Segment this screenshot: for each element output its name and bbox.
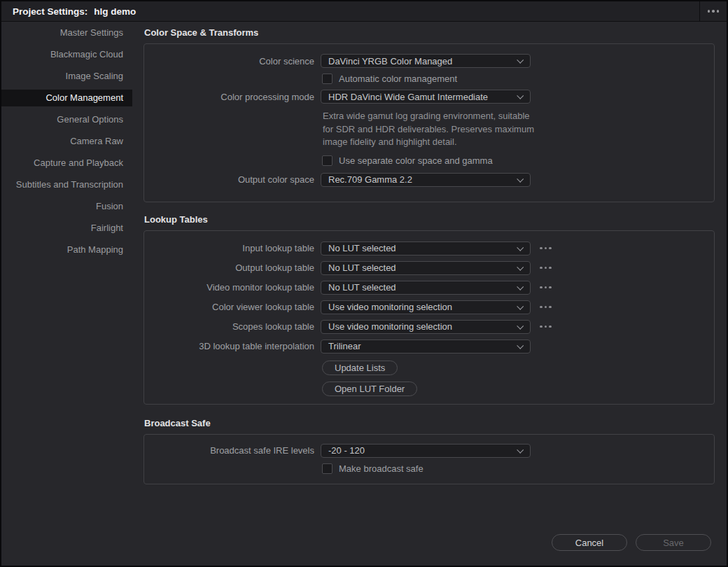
window-title: Project Settings: hlg demo <box>1 6 136 17</box>
sidebar-item-master-settings[interactable]: Master Settings <box>1 24 132 41</box>
chevron-down-icon <box>517 324 522 329</box>
ellipsis-icon <box>540 267 552 270</box>
row-output-color-space: Output color space Rec.709 Gamma 2.2 <box>144 173 714 187</box>
sidebar-item-color-management[interactable]: Color Management <box>1 90 132 106</box>
automatic-color-management-label: Automatic color management <box>339 74 457 84</box>
row-update-lists: Update Lists <box>322 360 714 375</box>
color-science-dropdown[interactable]: DaVinci YRGB Color Managed <box>321 54 531 68</box>
row-video-monitor-lut: Video monitor lookup table No LUT select… <box>144 281 714 295</box>
cancel-button[interactable]: Cancel <box>552 534 627 551</box>
open-lut-folder-button[interactable]: Open LUT Folder <box>322 382 417 396</box>
row-color-viewer-lut: Color viewer lookup table Use video moni… <box>144 300 714 314</box>
settings-options-button[interactable] <box>699 1 727 21</box>
ellipsis-icon <box>540 306 552 309</box>
sidebar-item-camera-raw[interactable]: Camera Raw <box>1 133 132 150</box>
section-header-color-space: Color Space & Transforms <box>144 27 715 38</box>
sidebar-item-path-mapping[interactable]: Path Mapping <box>1 241 132 258</box>
ire-levels-label: Broadcast safe IRE levels <box>144 445 314 456</box>
video-monitor-lut-value: No LUT selected <box>328 282 396 293</box>
row-open-lut-folder: Open LUT Folder <box>322 382 714 396</box>
chevron-down-icon <box>517 265 522 270</box>
dialog-footer: Cancel Save <box>144 534 711 551</box>
chevron-down-icon <box>517 285 522 290</box>
settings-content: Color Space & Transforms Color science D… <box>132 22 727 566</box>
scopes-lut-label: Scopes lookup table <box>144 321 314 332</box>
color-processing-mode-dropdown[interactable]: HDR DaVinci Wide Gamut Intermediate <box>321 90 531 104</box>
input-lut-value: No LUT selected <box>328 243 396 253</box>
scopes-lut-value: Use video monitoring selection <box>328 321 452 332</box>
color-processing-mode-label: Color processing mode <box>144 92 314 102</box>
title-bar: Project Settings: hlg demo <box>1 1 727 22</box>
color-processing-mode-value: HDR DaVinci Wide Gamut Intermediate <box>328 92 488 102</box>
chevron-down-icon <box>517 246 522 251</box>
row-input-lut: Input lookup table No LUT selected <box>144 241 714 255</box>
ellipsis-icon <box>540 247 552 250</box>
ire-levels-dropdown[interactable]: -20 - 120 <box>321 444 531 458</box>
chevron-down-icon <box>517 304 522 309</box>
panel-color-space: Color science DaVinci YRGB Color Managed… <box>144 43 715 202</box>
settings-sidebar: Master Settings Blackmagic Cloud Image S… <box>1 22 132 566</box>
row-make-broadcast-safe: Make broadcast safe <box>322 463 714 474</box>
output-lut-dropdown[interactable]: No LUT selected <box>321 261 531 275</box>
project-settings-window: Project Settings: hlg demo Master Settin… <box>0 0 728 567</box>
footer-spacer <box>144 484 715 535</box>
row-color-processing-mode: Color processing mode HDR DaVinci Wide G… <box>144 90 714 104</box>
chevron-down-icon <box>517 448 522 453</box>
chevron-down-icon <box>517 344 522 349</box>
automatic-color-management-checkbox[interactable] <box>322 74 332 84</box>
chevron-down-icon <box>517 94 522 99</box>
scopes-lut-options-button[interactable] <box>540 320 552 334</box>
sidebar-item-image-scaling[interactable]: Image Scaling <box>1 68 132 85</box>
update-lists-button[interactable]: Update Lists <box>322 360 398 375</box>
video-monitor-lut-options-button[interactable] <box>540 281 552 295</box>
color-viewer-lut-options-button[interactable] <box>540 300 552 314</box>
section-header-broadcast-safe: Broadcast Safe <box>144 418 715 429</box>
ire-levels-value: -20 - 120 <box>328 445 365 456</box>
project-name: hlg demo <box>94 6 136 17</box>
output-lut-options-button[interactable] <box>540 261 552 275</box>
chevron-down-icon <box>517 58 522 63</box>
color-science-label: Color science <box>144 56 314 66</box>
make-broadcast-safe-label: Make broadcast safe <box>339 463 424 474</box>
output-color-space-label: Output color space <box>144 174 314 185</box>
sidebar-item-fusion[interactable]: Fusion <box>1 198 132 215</box>
window-title-label: Project Settings: <box>13 6 88 17</box>
sidebar-item-fairlight[interactable]: Fairlight <box>1 220 132 237</box>
input-lut-options-button[interactable] <box>540 241 552 255</box>
video-monitor-lut-label: Video monitor lookup table <box>144 282 314 293</box>
sidebar-item-blackmagic-cloud[interactable]: Blackmagic Cloud <box>1 46 132 63</box>
color-science-value: DaVinci YRGB Color Managed <box>328 56 452 66</box>
video-monitor-lut-dropdown[interactable]: No LUT selected <box>321 281 531 295</box>
dialog-body: Master Settings Blackmagic Cloud Image S… <box>1 22 727 566</box>
section-header-lookup-tables: Lookup Tables <box>144 214 715 225</box>
row-scopes-lut: Scopes lookup table Use video monitoring… <box>144 320 714 334</box>
color-viewer-lut-dropdown[interactable]: Use video monitoring selection <box>321 300 531 314</box>
sidebar-item-subtitles-and-transcription[interactable]: Subtitles and Transcription <box>1 176 132 193</box>
row-ire-levels: Broadcast safe IRE levels -20 - 120 <box>144 444 714 458</box>
output-lut-label: Output lookup table <box>144 262 314 273</box>
ellipsis-icon <box>540 326 552 328</box>
color-processing-mode-description: Extra wide gamut log grading environment… <box>323 110 540 149</box>
panel-lookup-tables: Input lookup table No LUT selected Outpu… <box>144 230 715 405</box>
output-color-space-dropdown[interactable]: Rec.709 Gamma 2.2 <box>321 173 531 187</box>
save-button[interactable]: Save <box>636 534 711 551</box>
input-lut-label: Input lookup table <box>144 243 314 253</box>
make-broadcast-safe-checkbox[interactable] <box>322 463 332 474</box>
lut-interpolation-dropdown[interactable]: Trilinear <box>321 340 531 354</box>
sidebar-item-general-options[interactable]: General Options <box>1 111 132 128</box>
lut-interpolation-value: Trilinear <box>328 341 360 351</box>
row-3d-lut-interpolation: 3D lookup table interpolation Trilinear <box>144 340 714 354</box>
lut-interpolation-label: 3D lookup table interpolation <box>144 341 314 351</box>
sidebar-item-capture-and-playback[interactable]: Capture and Playback <box>1 155 132 172</box>
row-color-science: Color science DaVinci YRGB Color Managed <box>144 54 714 68</box>
output-lut-value: No LUT selected <box>328 262 396 273</box>
ellipsis-icon <box>540 286 552 289</box>
ellipsis-icon <box>708 10 720 13</box>
panel-broadcast-safe: Broadcast safe IRE levels -20 - 120 Make… <box>144 434 715 484</box>
input-lut-dropdown[interactable]: No LUT selected <box>321 241 531 255</box>
scopes-lut-dropdown[interactable]: Use video monitoring selection <box>321 320 531 334</box>
color-viewer-lut-value: Use video monitoring selection <box>328 302 452 312</box>
row-separate-color-space: Use separate color space and gamma <box>322 155 714 166</box>
use-separate-color-space-checkbox[interactable] <box>322 155 332 166</box>
row-output-lut: Output lookup table No LUT selected <box>144 261 714 275</box>
